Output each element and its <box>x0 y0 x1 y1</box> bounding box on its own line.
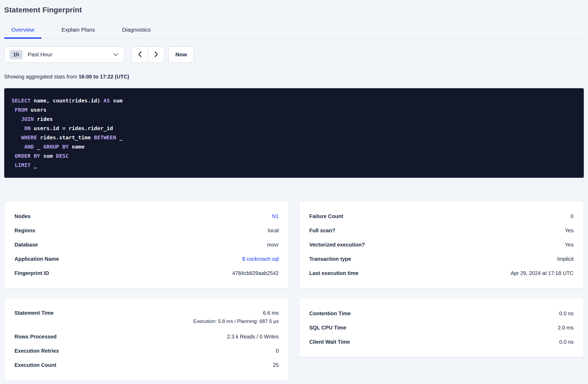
sql-keyword: ORDER BY <box>15 153 40 159</box>
summary-prefix: Showing aggregated stats from <box>4 74 78 80</box>
sql-keyword: ON <box>24 125 31 131</box>
now-button[interactable]: Now <box>168 46 194 63</box>
tab-diagnostics[interactable]: Diagnostics <box>115 26 158 38</box>
sql-text: sum <box>40 153 56 159</box>
stat-value-group: 0.0 ns <box>559 339 574 345</box>
sql-text: users <box>27 107 46 113</box>
row-failure-count: Failure Count0 <box>309 209 574 223</box>
stat-value: 2.0 ms <box>558 325 574 331</box>
stat-label: Contention Time <box>309 311 351 317</box>
sql-text: _ <box>31 162 37 168</box>
sql-line: LIMIT _ <box>12 161 576 170</box>
sql-text: rides.start_time <box>37 134 94 141</box>
stat-value-group: 0 <box>571 213 574 219</box>
statement-timing-card: Statement Time6.6 msExecution: 5.8 ms / … <box>4 298 289 380</box>
sql-keyword: BETWEEN <box>94 134 116 141</box>
stat-value: Implicit <box>557 256 574 262</box>
stat-label: Regions <box>14 228 35 234</box>
sql-keyword: GROUP BY <box>43 144 68 150</box>
stat-value-group: Yes <box>565 228 574 234</box>
statement-fingerprint-page: Statement Fingerprint Overview Explain P… <box>0 6 588 380</box>
row-execution-count: Execution Count25 <box>14 358 279 372</box>
sql-keyword: AND <box>24 144 34 150</box>
stat-value: 0 <box>276 348 279 354</box>
tab-bar: Overview Explain Plans Diagnostics <box>4 26 584 38</box>
previous-interval-button[interactable] <box>132 46 148 63</box>
sql-text <box>12 144 24 150</box>
row-client-wait-time: Client Wait Time0.0 ns <box>309 335 574 349</box>
stat-label: Statement Time <box>14 310 54 316</box>
summary-time-range: 16:00 to 17:22 (UTC) <box>78 74 129 80</box>
sql-text <box>12 107 15 113</box>
stats-card-grid: NodesN1RegionslocalDatabasemovrApplicati… <box>4 201 584 380</box>
sql-keyword: WHERE <box>21 134 37 141</box>
row-nodes: NodesN1 <box>14 209 279 223</box>
sql-line: JOIN rides <box>12 115 576 124</box>
stat-label: SQL CPU Time <box>309 325 346 331</box>
row-full-scan: Full scan?Yes <box>309 223 574 238</box>
stat-value-group: Yes <box>565 242 574 248</box>
time-toolbar: 1h Past Hour Now <box>4 46 584 63</box>
stat-value-group: 25 <box>273 362 279 368</box>
stat-value: 2.3 k Reads / 0 Writes <box>227 334 279 340</box>
aggregated-stats-summary: Showing aggregated stats from 16:00 to 1… <box>4 74 584 80</box>
sql-keyword: DESC <box>56 153 69 159</box>
row-fingerprint-id: Fingerprint ID4784cb829aab2542 <box>14 266 279 280</box>
time-range-dropdown[interactable]: 1h Past Hour <box>4 46 124 63</box>
row-execution-retries: Execution Retries0 <box>14 344 279 358</box>
sql-text: name <box>69 144 84 150</box>
stat-value: local <box>268 228 279 234</box>
tab-explain-plans[interactable]: Explain Plans <box>54 26 102 38</box>
stat-label: Database <box>14 242 38 248</box>
sql-text <box>12 162 15 168</box>
row-database: Databasemovr <box>14 238 279 252</box>
tab-overview[interactable]: Overview <box>4 26 42 38</box>
sql-statement: SELECT name, count(rides.id) AS sum FROM… <box>12 96 576 170</box>
stat-label: Failure Count <box>309 213 343 219</box>
sql-text: _ <box>116 134 122 141</box>
time-range-label: Past Hour <box>28 51 52 58</box>
overview-details-card: NodesN1RegionslocalDatabasemovrApplicati… <box>4 201 289 288</box>
stat-value-group: local <box>268 228 279 234</box>
stat-value-group: 2.0 ms <box>558 325 574 331</box>
stat-value: 0.0 ns <box>559 339 574 345</box>
stat-value-group: 6.6 msExecution: 5.8 ms / Planning: 687.… <box>193 310 279 324</box>
sql-keyword: FROM <box>15 107 27 113</box>
stat-value: 25 <box>273 362 279 368</box>
sql-text <box>12 125 24 131</box>
chevron-down-icon <box>113 53 118 56</box>
stat-label: Full scan? <box>309 228 335 234</box>
sql-text <box>12 134 21 141</box>
row-statement-time: Statement Time6.6 msExecution: 5.8 ms / … <box>14 306 279 329</box>
sql-text: sum <box>110 97 122 104</box>
sql-statement-box: SELECT name, count(rides.id) AS sum FROM… <box>4 88 584 178</box>
stat-value-group: 2.3 k Reads / 0 Writes <box>227 334 279 340</box>
sql-text: users.id = rides.rider_id <box>31 125 113 131</box>
stat-value-link[interactable]: $ cockroach sql <box>242 256 279 262</box>
stat-value-group: N1 <box>272 213 279 219</box>
sql-text: _ <box>34 144 43 150</box>
stat-value: 4784cb829aab2542 <box>232 270 279 276</box>
row-contention-time: Contention Time0.0 ns <box>309 306 574 321</box>
stat-label: Transaction type <box>309 256 351 262</box>
sql-line: ORDER BY sum DESC <box>12 151 576 161</box>
execution-attributes-card: Failure Count0Full scan?YesVectorized ex… <box>299 201 584 288</box>
stat-label: Fingerprint ID <box>14 270 49 276</box>
next-interval-button[interactable] <box>148 46 164 63</box>
stat-value-group: Apr 29, 2024 at 17:18 UTC <box>511 270 574 276</box>
sql-text: name, count(rides.id) <box>31 97 103 104</box>
time-pager <box>132 46 164 63</box>
page-title: Statement Fingerprint <box>4 6 584 14</box>
stat-value-group: 4784cb829aab2542 <box>232 270 279 276</box>
row-application-name: Application Name$ cockroach sql <box>14 252 279 266</box>
row-regions: Regionslocal <box>14 223 279 238</box>
stat-value: Yes <box>565 228 574 234</box>
sql-line: WHERE rides.start_time BETWEEN _ <box>12 133 576 142</box>
stat-label: Last execution time <box>309 270 358 276</box>
sql-keyword: SELECT <box>12 97 31 104</box>
stat-value-group: $ cockroach sql <box>242 256 279 262</box>
stat-label: Vectorized execution? <box>309 242 365 248</box>
sql-text <box>12 116 21 122</box>
row-rows-processed: Rows Processed2.3 k Reads / 0 Writes <box>14 329 279 344</box>
stat-value-link[interactable]: N1 <box>272 213 279 219</box>
